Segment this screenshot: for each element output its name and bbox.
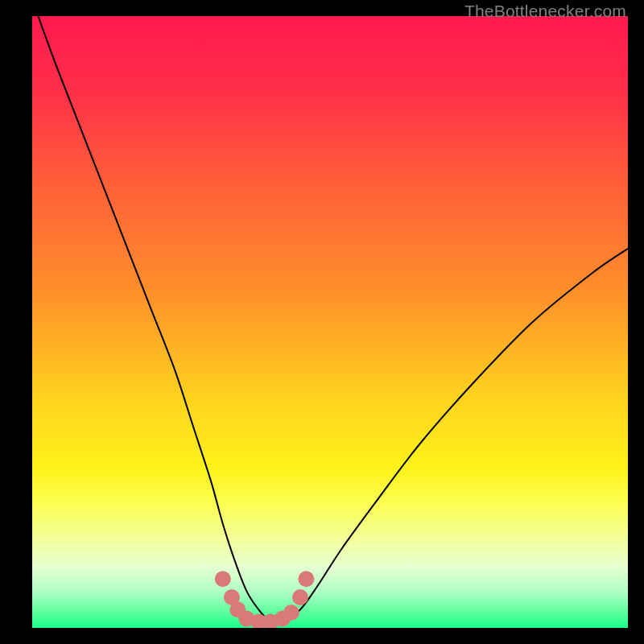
highlight-dot bbox=[292, 589, 308, 605]
highlight-dot bbox=[298, 571, 314, 587]
chart-frame: TheBottlenecker.com bbox=[0, 0, 644, 644]
highlight-dot bbox=[215, 571, 231, 587]
curve-layer bbox=[32, 16, 628, 628]
highlight-dot bbox=[283, 605, 299, 621]
highlight-dots bbox=[215, 571, 315, 628]
plot-area bbox=[32, 16, 628, 628]
bottleneck-curve bbox=[38, 16, 628, 623]
watermark-text: TheBottlenecker.com bbox=[464, 2, 626, 21]
